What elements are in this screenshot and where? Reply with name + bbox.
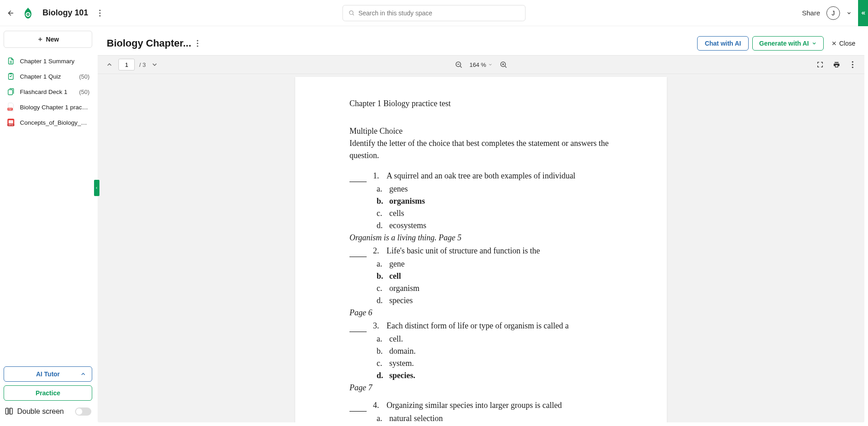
svg-point-16 <box>197 42 198 44</box>
zoom-level-dropdown[interactable]: 164 % <box>470 61 493 68</box>
svg-rect-8 <box>8 90 13 95</box>
option-text: organism <box>389 282 420 295</box>
chat-with-ai-button[interactable]: Chat with AI <box>697 36 749 51</box>
option-text: species. <box>389 370 415 382</box>
option-letter: c. <box>377 282 385 295</box>
pdf-toolbar: / 3 164 % <box>98 55 864 74</box>
new-button-label: New <box>46 36 59 43</box>
sidebar-item-3[interactable]: PDFBiology Chapter 1 practice t... <box>3 99 93 115</box>
sidebar-collapse-handle-icon[interactable] <box>94 180 99 196</box>
document-scroll-area[interactable]: Chapter 1 Biology practice test Multiple… <box>98 74 864 422</box>
question-options: a.genesb.organismsc.cellsd.ecosystems <box>377 183 613 232</box>
page-number-input[interactable] <box>118 59 135 70</box>
practice-button[interactable]: Practice <box>4 385 92 401</box>
question-number: 1. <box>373 170 382 182</box>
header-right: Share J <box>802 0 863 26</box>
sidebar-item-count: (50) <box>79 73 90 80</box>
sidebar-item-label: Biology Chapter 1 practice t... <box>20 104 90 111</box>
print-icon[interactable] <box>832 60 841 69</box>
fullscreen-icon[interactable] <box>816 60 825 69</box>
share-button[interactable]: Share <box>802 9 820 17</box>
option-text: system. <box>389 357 414 370</box>
option-letter: c. <box>377 357 385 370</box>
avatar-initial: J <box>832 9 835 17</box>
page-total-label: / 3 <box>139 61 146 68</box>
option-letter: b. <box>377 270 385 282</box>
generate-with-ai-button[interactable]: Generate with AI <box>752 36 824 51</box>
option-letter: a. <box>377 412 385 422</box>
sidebar-item-1[interactable]: Chapter 1 Quiz(50) <box>3 69 93 84</box>
svg-point-22 <box>852 66 853 68</box>
practice-label: Practice <box>36 389 60 397</box>
search-input[interactable] <box>359 9 520 17</box>
double-screen-label: Double screen <box>17 407 64 416</box>
option-row: d.species. <box>377 370 613 382</box>
option-text: species <box>389 295 413 307</box>
ai-tutor-button[interactable]: AI Tutor <box>4 366 92 382</box>
option-row: a.natural selection <box>377 412 613 422</box>
chevron-down-icon <box>811 41 817 46</box>
question-text: Organizing similar species into larger g… <box>387 399 562 412</box>
option-text: cell. <box>389 333 403 345</box>
new-button[interactable]: New <box>4 31 92 48</box>
back-arrow-icon[interactable] <box>5 8 16 19</box>
pdf-page: Chapter 1 Biology practice test Multiple… <box>295 77 667 422</box>
svg-point-21 <box>852 64 853 65</box>
svg-point-6 <box>349 11 353 14</box>
answer-blank <box>349 245 367 257</box>
option-text: genes <box>389 183 408 195</box>
sidebar-item-4[interactable]: PPTXConcepts_of_Biology_Chap... <box>3 115 93 130</box>
page-down-icon[interactable] <box>150 60 159 69</box>
option-row: b.domain. <box>377 345 613 357</box>
answer-blank <box>349 320 367 332</box>
svg-point-2 <box>28 14 28 14</box>
close-button[interactable]: Close <box>831 40 855 47</box>
sidebar-bottom: AI Tutor Practice Double screen <box>3 366 93 421</box>
sidebar-item-count: (50) <box>79 89 90 95</box>
pptx-icon: PPTX <box>6 118 15 127</box>
toolbar-menu-kebab-icon[interactable] <box>848 60 857 69</box>
chevron-up-icon <box>80 371 86 377</box>
double-screen-toggle[interactable] <box>75 407 91 416</box>
svg-point-20 <box>852 61 853 62</box>
sidebar-item-2[interactable]: Flashcard Deck 1(50) <box>3 84 93 99</box>
question-text: Life's basic unit of structure and funct… <box>387 245 540 257</box>
question-options: a.geneb.cellc.organismd.species <box>377 258 613 307</box>
toolbar-right <box>816 60 857 69</box>
study-space-title: Biology 101 <box>42 8 88 18</box>
question-note: Page 6 <box>349 307 613 319</box>
sidebar-item-label: Chapter 1 Quiz <box>20 73 75 80</box>
question-number: 3. <box>373 320 382 332</box>
user-avatar[interactable]: J <box>826 6 840 20</box>
option-row: a.cell. <box>377 333 613 345</box>
option-row: a.gene <box>377 258 613 270</box>
instructions-text: Identify the letter of the choice that b… <box>349 137 613 162</box>
zoom-out-icon[interactable] <box>454 60 463 69</box>
option-text: cell <box>389 270 401 282</box>
option-row: b.organisms <box>377 195 613 207</box>
zoom-level-label: 164 % <box>470 61 486 68</box>
space-menu-kebab-icon[interactable] <box>95 9 104 18</box>
close-icon <box>831 40 837 47</box>
section-title: Multiple Choice <box>349 125 613 137</box>
search-box[interactable] <box>343 5 526 21</box>
main-layout: New Chapter 1 SummaryChapter 1 Quiz(50)F… <box>0 26 868 426</box>
document-menu-kebab-icon[interactable] <box>197 40 198 47</box>
user-menu-chevron-icon[interactable] <box>846 10 852 16</box>
zoom-in-icon[interactable] <box>499 60 508 69</box>
question-row: 3.Each distinct form of life or type of … <box>349 320 613 332</box>
double-screen-row: Double screen <box>4 405 92 418</box>
right-panel-collapse-icon[interactable] <box>858 0 868 26</box>
option-letter: c. <box>377 207 385 220</box>
option-text: organisms <box>389 195 425 207</box>
question-options: a.cell.b.domain.c.system.d.species. <box>377 333 613 382</box>
svg-text:PPTX: PPTX <box>9 124 13 126</box>
option-row: b.cell <box>377 270 613 282</box>
page-up-icon[interactable] <box>105 60 114 69</box>
sidebar-item-0[interactable]: Chapter 1 Summary <box>3 53 93 69</box>
document-actions: Chat with AI Generate with AI Close <box>697 36 855 51</box>
svg-point-4 <box>99 12 100 14</box>
option-row: c.organism <box>377 282 613 295</box>
answer-blank <box>349 170 367 182</box>
answer-blank <box>349 399 367 412</box>
